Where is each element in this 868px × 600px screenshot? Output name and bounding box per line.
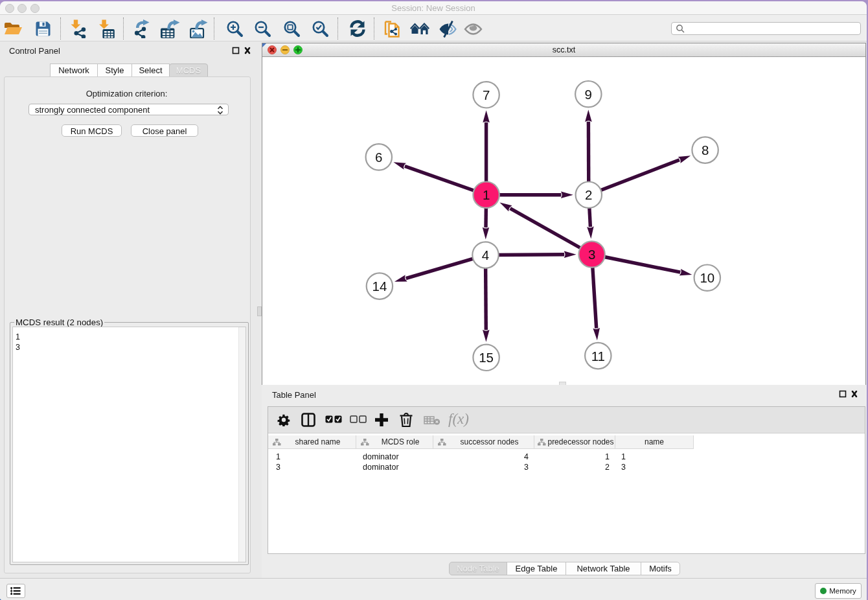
svg-text:2: 2 — [585, 187, 592, 202]
svg-text:15: 15 — [479, 350, 494, 365]
svg-text:6: 6 — [375, 150, 382, 165]
svg-text:14: 14 — [372, 279, 387, 294]
svg-text:9: 9 — [585, 87, 592, 102]
svg-text:1: 1 — [483, 187, 490, 202]
svg-text:8: 8 — [702, 143, 709, 157]
svg-text:4: 4 — [482, 248, 489, 262]
svg-text:3: 3 — [588, 247, 595, 262]
svg-text:10: 10 — [700, 270, 714, 285]
svg-text:7: 7 — [483, 87, 490, 102]
svg-text:11: 11 — [591, 349, 605, 363]
